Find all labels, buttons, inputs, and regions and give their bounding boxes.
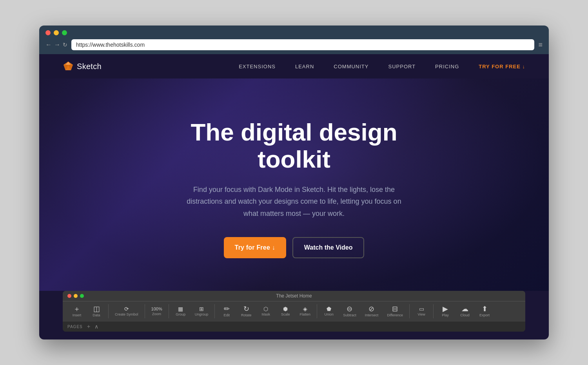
browser-chrome: ← → ↻ ≡ [39,26,549,54]
toolbar-flatten[interactable]: ◈ Flatten [296,305,314,318]
browser-menu-icon[interactable]: ≡ [538,41,543,49]
toolbar-intersect[interactable]: ⊘ Intersect [361,304,383,319]
scale-icon: ⬢ [283,306,288,312]
toolbar-scale[interactable]: ⬢ Scale [276,305,295,318]
group-icon: ▦ [178,306,183,312]
separator-1 [108,304,109,318]
sketch-pages-bar: PAGES ＋ ∧ [63,321,525,332]
view-label: View [417,312,425,316]
ungroup-label: Ungroup [195,312,209,316]
back-button[interactable]: ← [45,42,52,48]
hero-buttons: Try for Free ↓ Watch the Video [224,237,365,258]
refresh-button[interactable]: ↻ [63,42,67,48]
toolbar-view[interactable]: ▭ View [412,305,431,318]
sketch-titlebar: The Jetset Home [63,291,525,301]
difference-icon: ⊟ [392,305,398,312]
toolbar-mask[interactable]: ⬡ Mask [256,305,275,318]
traffic-light-red[interactable] [45,30,51,35]
cloud-label: Cloud [460,313,470,317]
play-icon: ▶ [443,305,448,312]
sketch-toolbar: ＋ Insert ◫ Data ⟳ Create Symbol 100% [63,301,525,321]
intersect-icon: ⊘ [368,305,374,312]
flatten-label: Flatten [299,312,310,316]
edit-icon: ✏ [224,305,230,312]
logo-text: Sketch [77,62,102,71]
toolbar-export[interactable]: ⬆ Export [475,304,494,319]
toolbar-edit[interactable]: ✏ Edit [217,304,236,319]
toolbar-data[interactable]: ◫ Data [87,304,106,319]
pages-add-button[interactable]: ＋ [86,323,91,330]
intersect-label: Intersect [365,313,379,317]
browser-traffic-lights [45,30,543,35]
sketch-tl-green[interactable] [80,294,84,298]
group-label: Group [176,312,185,316]
edit-label: Edit [223,313,230,317]
flatten-icon: ◈ [303,306,307,312]
sketch-window: The Jetset Home ＋ Insert ◫ Data ⟳ Create… [63,291,525,332]
traffic-light-green[interactable] [62,30,67,35]
separator-6 [409,304,410,318]
export-icon: ⬆ [482,305,488,312]
data-label: Data [93,313,100,317]
nav-support[interactable]: SUPPORT [388,64,416,69]
rotate-icon: ↻ [243,305,249,312]
nav-extensions[interactable]: EXTENSIONS [239,64,276,69]
separator-5 [317,304,317,318]
toolbar-rotate[interactable]: ↻ Rotate [237,304,256,319]
pages-label: PAGES [67,325,83,329]
traffic-light-yellow[interactable] [54,30,59,35]
nav-links: EXTENSIONS LEARN COMMUNITY SUPPORT PRICI… [239,63,525,70]
logo[interactable]: Sketch [63,61,102,72]
union-label: Union [324,312,334,316]
sketch-tl-red[interactable] [67,294,71,298]
insert-icon: ＋ [73,305,80,312]
website-content: Sketch EXTENSIONS LEARN COMMUNITY SUPPOR… [39,54,549,339]
sketch-traffic-lights [67,294,84,298]
hero-subtitle: Find your focus with Dark Mode in Sketch… [184,184,404,220]
sketch-app-wrapper: The Jetset Home ＋ Insert ◫ Data ⟳ Create… [39,291,549,339]
pages-chevron[interactable]: ∧ [94,323,98,330]
separator-2 [145,304,145,318]
toolbar-group[interactable]: ▦ Group [171,305,190,318]
toolbar-union[interactable]: ⬟ Union [319,305,338,318]
mask-icon: ⬡ [263,306,268,312]
separator-3 [169,304,169,318]
toolbar-play[interactable]: ▶ Play [436,304,455,319]
watch-video-button[interactable]: Watch the Video [292,237,365,258]
toolbar-cloud[interactable]: ☁ Cloud [456,304,474,319]
ungroup-icon: ⊞ [199,306,204,312]
zoom-icon: 100% [151,307,162,311]
toolbar-insert[interactable]: ＋ Insert [67,304,86,319]
nav-buttons: ← → ↻ [45,42,67,48]
scale-label: Scale [281,312,290,316]
hero-title: The digital design toolkit [153,119,435,172]
address-bar[interactable] [71,39,534,50]
play-label: Play [442,313,449,317]
export-label: Export [479,313,490,317]
difference-label: Difference [387,313,403,317]
subtract-icon: ⊖ [347,305,352,312]
separator-4 [214,304,215,318]
sketch-logo-icon [63,61,74,72]
toolbar-difference[interactable]: ⊟ Difference [383,304,407,319]
nav-pricing[interactable]: PRICING [435,64,459,69]
mask-label: Mask [261,312,270,316]
toolbar-ungroup[interactable]: ⊞ Ungroup [191,305,212,318]
rotate-label: Rotate [241,313,252,317]
sketch-tl-yellow[interactable] [74,294,78,298]
nav-community[interactable]: COMMUNITY [334,64,368,69]
forward-button[interactable]: → [54,42,60,48]
nav-try-free[interactable]: TRY FOR FREE ↓ [479,64,525,69]
view-icon: ▭ [419,306,424,312]
create-symbol-label: Create Symbol [115,312,138,316]
nav-learn[interactable]: LEARN [295,64,314,69]
sketch-app-title: The Jetset Home [276,293,312,299]
toolbar-zoom[interactable]: 100% Zoom [147,305,166,318]
toolbar-create-symbol[interactable]: ⟳ Create Symbol [111,305,142,318]
site-nav: Sketch EXTENSIONS LEARN COMMUNITY SUPPOR… [39,54,549,78]
toolbar-subtract[interactable]: ⊖ Subtract [339,304,360,319]
separator-7 [433,304,434,318]
browser-window: ← → ↻ ≡ Sketch EXTENSIONS [39,26,549,339]
zoom-label: Zoom [152,312,161,316]
try-free-button[interactable]: Try for Free ↓ [224,237,286,258]
